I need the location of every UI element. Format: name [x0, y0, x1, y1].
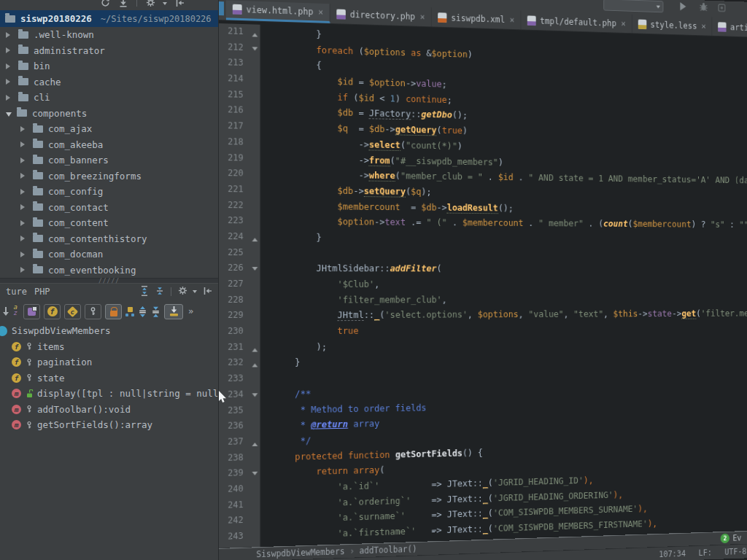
chevron-right-icon[interactable]	[20, 252, 28, 257]
hide-panel-icon[interactable]	[176, 0, 185, 10]
close-icon[interactable]: ×	[318, 7, 323, 18]
show-constants-button[interactable]: c	[64, 304, 81, 319]
expand-rows-icon[interactable]	[140, 286, 149, 298]
line-number[interactable]: 243	[219, 529, 249, 545]
hide-panel-icon[interactable]	[204, 287, 212, 298]
line-number[interactable]: 238	[219, 450, 249, 467]
fold-down-icon[interactable]	[249, 260, 261, 276]
fold-down-icon[interactable]	[249, 40, 261, 56]
chevron-right-icon[interactable]	[6, 79, 13, 85]
line-separator-indicator[interactable]: LF:	[699, 548, 712, 558]
project-tree-item[interactable]: com_eventbooking	[0, 262, 218, 279]
line-number[interactable]: 227	[219, 276, 249, 292]
chevron-right-icon[interactable]	[6, 95, 13, 101]
line-number[interactable]: 216	[219, 102, 249, 119]
chevron-right-icon[interactable]	[20, 158, 28, 163]
project-tree-item[interactable]: cli	[0, 90, 218, 106]
chevron-down-icon[interactable]	[6, 112, 12, 117]
autoscroll-button[interactable]	[164, 304, 183, 319]
project-tree-item[interactable]: cache	[0, 74, 218, 90]
file-encoding[interactable]: UTF-8	[724, 546, 746, 556]
line-number[interactable]: 232	[219, 355, 249, 371]
show-inherited-button[interactable]	[23, 304, 40, 319]
structure-item[interactable]: maddToolbar():void	[0, 402, 218, 418]
chevron-right-icon[interactable]	[20, 141, 28, 147]
group-by-visibility-icon[interactable]	[125, 307, 134, 316]
line-number[interactable]: 212	[219, 39, 249, 56]
close-icon[interactable]: ×	[510, 15, 515, 25]
line-number[interactable]: 233	[219, 371, 249, 387]
close-icon[interactable]: ×	[621, 18, 625, 28]
line-number[interactable]: 222	[219, 198, 249, 214]
line-number[interactable]: 240	[219, 481, 249, 498]
run-config-select[interactable]	[603, 0, 663, 12]
project-tree-item[interactable]: administrator	[0, 43, 218, 59]
structure-item[interactable]: mgetSortFields():array	[0, 417, 218, 433]
code-line[interactable]: 225	[219, 245, 747, 262]
tab-tmpl/default.php[interactable]: tmpl/default.php×	[522, 10, 632, 33]
fold-up-icon[interactable]	[249, 355, 261, 371]
event-log-button[interactable]: 2 Ev	[721, 533, 742, 543]
chevron-right-icon[interactable]	[20, 204, 28, 210]
project-tree-item[interactable]: .well-known	[0, 27, 218, 43]
show-private-button[interactable]	[105, 304, 122, 319]
chevron-right-icon[interactable]	[20, 173, 28, 179]
structure-tab-php[interactable]: PHP	[34, 287, 50, 297]
chevron-right-icon[interactable]	[20, 126, 28, 132]
line-number[interactable]: 231	[219, 339, 249, 355]
line-number[interactable]: 239	[219, 465, 249, 482]
collapse-rows-icon[interactable]	[155, 286, 164, 298]
project-tree-item[interactable]: com_banners	[0, 152, 218, 168]
scroll-to-source-icon[interactable]	[119, 0, 128, 10]
line-number[interactable]: 221	[219, 182, 249, 198]
chevron-right-icon[interactable]	[6, 63, 13, 69]
debug-button[interactable]	[699, 1, 708, 12]
show-properties-button[interactable]	[85, 304, 101, 319]
project-tree-item[interactable]: com_ajax	[0, 121, 218, 137]
collapse-all-icon[interactable]	[151, 306, 160, 317]
chevron-right-icon[interactable]	[20, 189, 28, 195]
fold-up-icon[interactable]	[249, 229, 261, 245]
fold-up-icon[interactable]	[249, 339, 261, 355]
line-number[interactable]: 226	[219, 260, 249, 276]
fold-down-icon[interactable]	[249, 386, 261, 402]
line-number[interactable]: 224	[219, 229, 249, 245]
settings-gear-icon[interactable]	[146, 0, 167, 10]
more-actions-chevron[interactable]: »	[188, 306, 193, 316]
line-number[interactable]: 220	[219, 166, 249, 182]
tab-view.html.php[interactable]: view.html.php×	[226, 0, 330, 23]
structure-item[interactable]: fpagination	[0, 354, 218, 370]
line-number[interactable]: 215	[219, 87, 249, 104]
chevron-right-icon[interactable]	[6, 47, 13, 53]
code-editor[interactable]: 211 }212 foreach ($options as &$option)2…	[219, 20, 747, 548]
line-number[interactable]: 228	[219, 292, 249, 308]
line-number[interactable]: 236	[219, 418, 249, 434]
line-number[interactable]: 223	[219, 213, 249, 229]
project-tree-item[interactable]: com_contenthistory	[0, 231, 218, 247]
project-tree-item[interactable]: com_docman	[0, 246, 218, 262]
close-icon[interactable]: ×	[702, 21, 706, 31]
line-number[interactable]: 217	[219, 118, 249, 134]
project-tree-item[interactable]: com_akeeba	[0, 137, 218, 153]
structure-item[interactable]: fstate	[0, 370, 218, 386]
sync-icon[interactable]	[101, 0, 110, 10]
line-number[interactable]: 218	[219, 134, 249, 150]
settings-gear-icon[interactable]	[178, 286, 197, 298]
tab-style.less[interactable]: style.less×	[632, 15, 713, 36]
project-tree-item[interactable]: com_content	[0, 215, 218, 231]
panel-splitter[interactable]: /////	[0, 278, 218, 284]
chevron-right-icon[interactable]	[20, 267, 28, 273]
fold-down-icon[interactable]	[249, 465, 261, 481]
breadcrumb-class[interactable]: SiswpdbViewMembers	[256, 546, 344, 559]
fold-up-icon[interactable]	[249, 24, 261, 40]
line-number[interactable]: 230	[219, 324, 249, 340]
fold-up-icon[interactable]	[249, 434, 261, 450]
chevron-right-icon[interactable]	[20, 236, 28, 241]
project-tree-item[interactable]: com_config	[0, 184, 218, 200]
run-button[interactable]	[680, 2, 689, 11]
caret-position[interactable]: 107:34	[659, 548, 686, 559]
expand-all-icon[interactable]	[138, 306, 147, 317]
structure-item[interactable]: mdisplay([tpl : null|string = null]):v	[0, 386, 218, 402]
project-root-row[interactable]: siswp20180226 ~/Sites/siswp20180226	[0, 10, 218, 27]
line-number[interactable]: 214	[219, 71, 249, 88]
